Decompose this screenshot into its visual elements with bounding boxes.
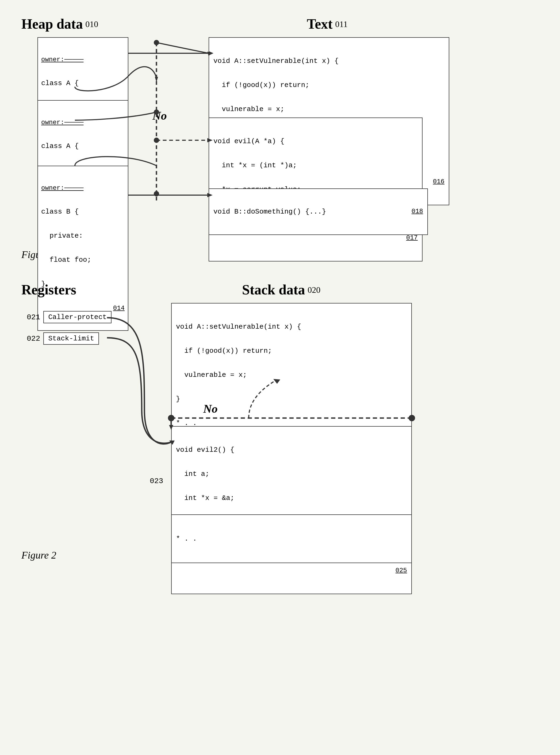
stack-code-box-2: void evil2() { int a; int *x = &a; *(x+1…: [171, 426, 412, 594]
fig1-headers: Heap data 010 Text 011: [21, 16, 539, 32]
no-label-2: No: [203, 402, 218, 415]
text-title: Text 011: [307, 16, 348, 32]
svg-marker-7: [155, 77, 158, 82]
stack-limit-box: Stack-limit: [43, 332, 99, 345]
reg-item-1: 021 Caller-protect: [27, 311, 112, 323]
stack-data-title: Stack data 020: [242, 282, 320, 297]
caller-protect-box: Caller-protect: [43, 311, 111, 323]
svg-point-4: [154, 191, 159, 196]
heap-data-title: Heap data 010: [21, 16, 98, 32]
reg-item-2: 022 Stack-limit: [27, 332, 99, 345]
svg-point-1: [154, 40, 159, 45]
owner-label-1: owner:─────: [41, 56, 125, 63]
ref-023: 023: [150, 477, 163, 485]
owner-label-2: owner:─────: [41, 119, 125, 126]
stack-code-box-3: * . .: [171, 515, 412, 563]
figure-2-section: Registers Stack data 020 021 Caller-prot…: [21, 282, 539, 561]
code-box-3: void B::doSomething() {...} 018: [208, 189, 428, 235]
owner-label-3: owner:─────: [41, 185, 125, 192]
figure-1-section: Heap data 010 Text 011 owner:───── class…: [21, 16, 539, 260]
fig1-diagram: owner:───── class A { private: int vulne…: [21, 37, 529, 240]
no-label-1: No: [153, 109, 167, 122]
fig2-headers: Registers Stack data 020: [21, 282, 539, 297]
registers-title: Registers: [21, 282, 76, 297]
fig2-diagram: 021 Caller-protect 022 Stack-limit void …: [21, 303, 529, 544]
svg-point-3: [154, 138, 159, 143]
